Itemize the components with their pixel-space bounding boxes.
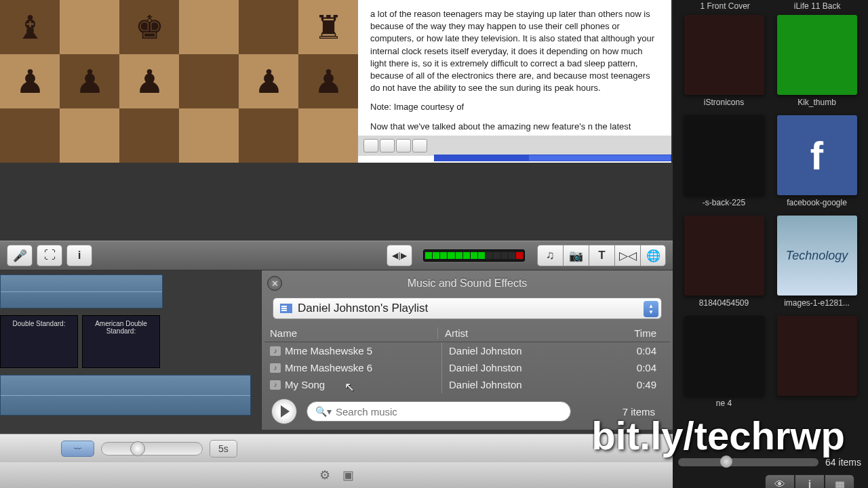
media-item[interactable]: -s-back-225	[684, 115, 764, 207]
media-item[interactable]: ne 4	[684, 316, 764, 408]
media-caption: Kik_thumb	[797, 98, 836, 107]
split-button[interactable]: ◀|▶	[387, 245, 412, 266]
media-thumbnail[interactable]: Technology	[777, 216, 857, 296]
zoom-bar: 〰 5s	[0, 434, 673, 462]
media-item[interactable]: Technologyimages-1-e1281...	[776, 216, 857, 308]
audio-meter	[423, 249, 525, 262]
search-icon: 🔍▾	[315, 406, 332, 417]
media-caption: 81840454509	[699, 298, 749, 308]
music-file-icon: ♪	[270, 346, 281, 356]
music-file-icon: ♪	[270, 363, 281, 373]
media-caption: iStronicons	[704, 98, 744, 107]
zoom-time: 5s	[210, 440, 237, 458]
audio-waveform[interactable]	[0, 375, 251, 415]
play-button[interactable]	[271, 399, 297, 424]
song-row[interactable]: ♪ My Song Daniel Johnston 0:49	[264, 376, 670, 393]
thumbnail-size-slider[interactable]	[678, 458, 818, 466]
search-input[interactable]	[336, 406, 562, 418]
chess-preview: ♝♚♜ ♟♟♟♟♟ defgh	[0, 0, 358, 163]
media-item[interactable]	[776, 316, 857, 408]
media-count: 64 items	[825, 457, 861, 468]
media-thumbnail[interactable]	[777, 316, 857, 396]
media-item[interactable]: Kik_thumb	[776, 15, 857, 107]
slide-thumbnail[interactable]: American Double Standard:	[82, 315, 160, 368]
mic-button[interactable]: 🎤	[7, 245, 33, 266]
progress-bar	[434, 155, 671, 161]
music-browser-panel: ✕ Music and Sound Effects Daniel Johnsto…	[261, 270, 673, 430]
media-caption: facebook-google	[787, 198, 847, 207]
playlist-icon	[280, 304, 292, 313]
media-caption: images-1-e1281...	[784, 298, 850, 308]
document-toolbar	[358, 136, 671, 156]
preview-button[interactable]: 👁	[765, 474, 795, 488]
timeline[interactable]: Double Standard: American Double Standar…	[0, 270, 261, 433]
close-button[interactable]: ✕	[267, 276, 282, 291]
item-count: 7 items	[623, 406, 663, 418]
music-file-icon: ♪	[270, 380, 281, 390]
play-window-icon[interactable]: ▣	[342, 468, 354, 483]
media-caption: -s-back-225	[703, 198, 745, 207]
slide-thumbnail[interactable]: Double Standard:	[0, 315, 78, 368]
song-row[interactable]: ♪ Mme Mashewske 5 Daniel Johnston 0:04	[264, 342, 670, 359]
globe-tab-button[interactable]: 🌐	[640, 245, 666, 266]
table-header[interactable]: Name Artist Time	[264, 325, 670, 342]
media-label: 1 Front Cover	[700, 1, 749, 11]
media-item[interactable]: iStronicons	[684, 15, 764, 107]
media-thumbnail[interactable]	[684, 216, 764, 296]
info-button[interactable]: i	[66, 245, 92, 266]
music-tab-button[interactable]: ♫	[537, 245, 563, 266]
media-caption: ne 4	[716, 399, 732, 408]
media-label: iLife 11 Back	[794, 1, 841, 11]
audio-waveform[interactable]	[0, 274, 163, 308]
media-thumbnail[interactable]	[777, 15, 857, 95]
photo-tab-button[interactable]: 📷	[563, 245, 589, 266]
media-item[interactable]: 81840454509	[684, 216, 764, 308]
clip-chip[interactable]: 〰	[61, 441, 94, 457]
media-thumbnail[interactable]: f	[777, 115, 857, 195]
zoom-slider[interactable]	[101, 442, 203, 455]
system-tray: ⚙ ▣	[0, 462, 673, 488]
transition-tab-button[interactable]: ▷◁	[614, 245, 640, 266]
playlist-dropdown[interactable]: Daniel Johnston's Playlist ▲▼	[273, 298, 662, 319]
dropdown-arrows-icon: ▲▼	[644, 301, 658, 317]
media-thumbnail[interactable]	[684, 15, 764, 95]
editor-toolbar: 🎤 ⛶ i ◀|▶ ♫ 📷 T ▷◁ 🌐	[0, 241, 673, 270]
grid-button[interactable]: ▦	[825, 474, 854, 488]
media-thumbnail[interactable]	[684, 115, 764, 195]
crop-button[interactable]: ⛶	[37, 245, 62, 266]
info-button[interactable]: i	[795, 474, 825, 488]
media-item[interactable]: ffacebook-google	[776, 115, 857, 207]
text-tab-button[interactable]: T	[589, 245, 614, 266]
panel-title: Music and Sound Effects	[408, 277, 528, 289]
media-thumbnail[interactable]	[684, 316, 764, 396]
song-row[interactable]: ♪ Mme Mashewske 6 Daniel Johnston 0:04	[264, 359, 670, 376]
gear-icon[interactable]: ⚙	[319, 468, 330, 483]
playlist-name: Daniel Johnston's Playlist	[298, 302, 428, 315]
media-browser-sidebar: 1 Front Cover iLife 11 Back iStroniconsK…	[673, 0, 868, 488]
search-field[interactable]: 🔍▾	[307, 401, 571, 422]
